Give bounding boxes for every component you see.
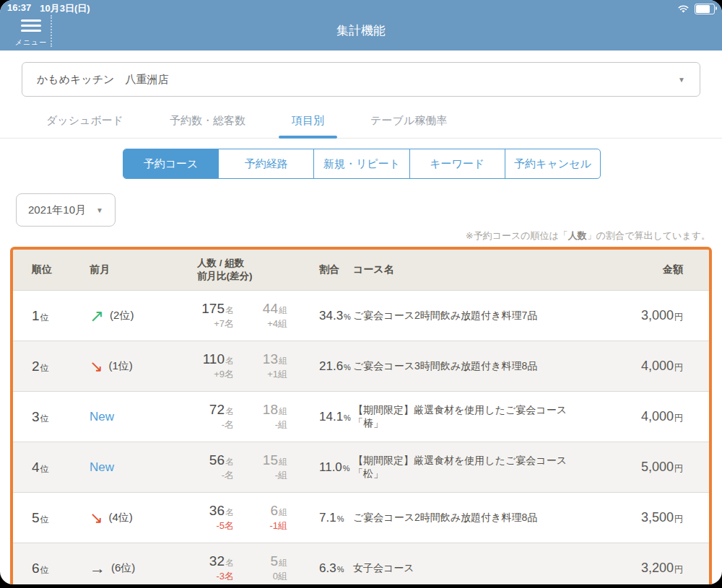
counts-cell: 36名 6組 -5名 -1組 — [173, 503, 299, 532]
nav-divider-dotted — [51, 15, 52, 47]
page-title: 集計機能 — [0, 15, 722, 47]
course-name-cell: 【期間限定】厳選食材を使用したご宴会コース「椿」 — [353, 404, 596, 430]
trend-cell: →(6位) — [90, 561, 173, 576]
table-row: 5位 ↘(4位) 36名 6組 -5名 -1組 7.1% ご宴会コース2時間飲み… — [13, 492, 709, 543]
status-date: 10月3日(日) — [40, 2, 90, 15]
top-bar: 16:37 10月3日(日) メニュー 集計機能 — [0, 0, 722, 51]
price-cell: 3,200円 — [596, 561, 683, 576]
trend-cell: ↘(4位) — [90, 510, 173, 526]
store-selector-value: かもめキッチン 八重洲店 — [37, 73, 168, 87]
counts-cell: 72名 18組 -名 -組 — [173, 402, 299, 431]
period-selector[interactable]: 2021年10月 ▼ — [16, 193, 116, 227]
trend-cell: ↘(1位) — [90, 359, 173, 374]
tab-reservations-guests[interactable]: 予約数・総客数 — [157, 107, 258, 138]
ratio-cell: 11.0% — [299, 460, 353, 475]
subtab-reservation-course[interactable]: 予約コース — [123, 149, 218, 178]
counts-cell: 56名 15組 -名 -組 — [173, 452, 299, 482]
tab-table-occupancy[interactable]: テーブル稼働率 — [357, 107, 460, 138]
price-cell: 3,500円 — [596, 510, 683, 525]
ratio-cell: 7.1% — [299, 511, 353, 525]
course-name-cell: ご宴会コース2時間飲み放題付き料理8品 — [353, 512, 596, 525]
ratio-cell: 6.3% — [299, 561, 353, 576]
trend-new-label: New — [90, 461, 114, 473]
status-time: 16:37 — [7, 2, 31, 15]
table-row: 4位 New 56名 15組 -名 -組 11.0% 【期間限定】厳選食材を使用… — [13, 442, 709, 492]
ranking-note: ※予約コースの順位は「人数」の割合で算出しています。 — [12, 229, 710, 242]
counts-cell: 175名 44組 +7名 +4組 — [173, 301, 299, 330]
trend-up-icon: ↗ — [90, 307, 104, 325]
caret-down-icon: ▼ — [96, 206, 103, 214]
wifi-icon — [677, 4, 690, 14]
subtab-cancellation[interactable]: 予約キャンセル — [505, 149, 600, 178]
course-name-cell: 女子会コース — [353, 562, 596, 575]
trend-new-label: New — [90, 411, 114, 423]
rank-cell: 2位 — [32, 359, 90, 374]
table-row: 2位 ↘(1位) 110名 13組 +9名 +1組 21.6% ご宴会コース3時… — [13, 341, 709, 391]
hamburger-icon — [21, 17, 41, 35]
header-course-name: コース名 — [353, 263, 596, 276]
price-cell: 4,000円 — [596, 409, 683, 424]
nav-bar: メニュー 集計機能 — [0, 15, 722, 53]
counts-cell: 110名 13組 +9名 +1組 — [173, 351, 299, 381]
rank-cell: 3位 — [32, 409, 90, 425]
sub-tabs: 予約コース 予約経路 新規・リピート キーワード 予約キャンセル — [123, 149, 601, 179]
subtab-new-repeat[interactable]: 新規・リピート — [313, 149, 409, 178]
status-bar: 16:37 10月3日(日) — [0, 0, 722, 15]
subtab-reservation-route[interactable]: 予約経路 — [218, 149, 313, 178]
header-price: 金額 — [596, 263, 683, 276]
price-cell: 3,000円 — [596, 308, 683, 323]
battery-icon — [695, 4, 715, 14]
course-name-cell: 【期間限定】厳選食材を使用したご宴会コース「松」 — [353, 455, 596, 481]
header-counts: 人数 / 組数 前月比(差分) — [173, 257, 299, 283]
tab-dashboard[interactable]: ダッシュボード — [33, 107, 136, 138]
rank-cell: 1位 — [32, 308, 90, 324]
ratio-cell: 14.1% — [299, 410, 353, 424]
course-name-cell: ご宴会コース2時間飲み放題付き料理7品 — [353, 310, 596, 322]
course-name-cell: ご宴会コース3時間飲み放題付き料理8品 — [353, 360, 596, 373]
rank-cell: 5位 — [32, 510, 90, 526]
period-selector-value: 2021年10月 — [28, 203, 86, 217]
tab-by-item[interactable]: 項目別 — [279, 107, 337, 138]
header-ratio: 割合 — [299, 263, 353, 276]
trend-cell: New — [90, 461, 173, 473]
price-cell: 4,000円 — [596, 359, 683, 374]
table-body: 1位 ↗(2位) 175名 44組 +7名 +4組 34.3% ご宴会コース2時… — [13, 290, 709, 584]
table-row: 1位 ↗(2位) 175名 44組 +7名 +4組 34.3% ご宴会コース2時… — [13, 290, 709, 341]
rank-cell: 4位 — [32, 460, 90, 475]
main-tabs: ダッシュボード 予約数・総客数 項目別 テーブル稼働率 — [0, 97, 722, 139]
ratio-cell: 34.3% — [299, 309, 353, 323]
table-row: 3位 New 72名 18組 -名 -組 14.1% 【期間限定】厳選食材を使用… — [13, 391, 709, 442]
menu-label: メニュー — [14, 38, 48, 48]
menu-button[interactable]: メニュー — [14, 17, 48, 48]
ratio-cell: 21.6% — [299, 359, 353, 374]
trend-down-icon: ↘ — [90, 510, 103, 526]
trend-cell: New — [90, 411, 173, 423]
table-row: 6位 →(6位) 32名 5組 -3名 0組 6.3% 女子会コース 3,200… — [13, 543, 709, 584]
trend-down-icon: ↘ — [90, 359, 103, 374]
counts-cell: 32名 5組 -3名 0組 — [173, 553, 299, 583]
table-header-row: 順位 前月 人数 / 組数 前月比(差分) 割合 コース名 金額 — [13, 250, 709, 290]
caret-down-icon: ▼ — [678, 76, 685, 84]
price-cell: 5,000円 — [596, 460, 683, 475]
trend-flat-icon: → — [90, 561, 105, 576]
header-prev-month: 前月 — [90, 263, 173, 276]
subtab-keyword[interactable]: キーワード — [409, 149, 505, 178]
header-rank: 順位 — [32, 263, 90, 276]
course-ranking-table: 順位 前月 人数 / 組数 前月比(差分) 割合 コース名 金額 1位 ↗(2位… — [10, 247, 712, 584]
store-selector[interactable]: かもめキッチン 八重洲店 ▼ — [22, 62, 700, 97]
rank-cell: 6位 — [32, 561, 90, 576]
app-screen: 16:37 10月3日(日) メニュー 集計機能 かもめキッチ — [0, 0, 722, 584]
trend-cell: ↗(2位) — [90, 307, 173, 325]
